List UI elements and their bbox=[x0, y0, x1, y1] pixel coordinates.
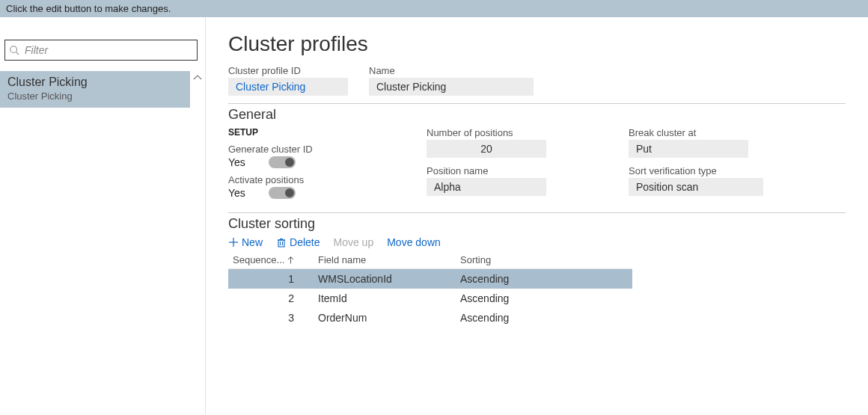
field-label: Name bbox=[369, 65, 534, 76]
list-item-title: Cluster Picking bbox=[7, 76, 183, 89]
table-row[interactable]: 2 ItemId Ascending bbox=[228, 289, 632, 308]
move-down-button[interactable]: Move down bbox=[387, 236, 441, 248]
general-col-2: Number of positions 20 Position name Alp… bbox=[427, 127, 629, 205]
delete-label: Delete bbox=[290, 236, 320, 248]
toggle-value: Yes bbox=[228, 187, 251, 199]
toggle-label: Generate cluster ID bbox=[228, 144, 427, 155]
general-col-3: Break cluster at Put Sort verification t… bbox=[629, 127, 846, 205]
field-position-name: Position name Alpha bbox=[427, 165, 629, 196]
delete-button[interactable]: Delete bbox=[276, 236, 320, 248]
field-label: Sort verification type bbox=[629, 165, 846, 176]
toggle-knob bbox=[285, 158, 294, 167]
sorting-grid: Sequence... Field name Sorting 1 WMSLoca… bbox=[228, 254, 632, 328]
toggle-activate-positions[interactable] bbox=[269, 187, 296, 199]
field-activate-positions: Activate positions Yes bbox=[228, 174, 427, 199]
page-title: Cluster profiles bbox=[228, 32, 846, 56]
header-fields: Cluster profile ID Cluster Picking Name … bbox=[228, 65, 846, 96]
field-value-id[interactable]: Cluster Picking bbox=[228, 78, 348, 96]
move-up-button: Move up bbox=[333, 236, 373, 248]
sidebar: Cluster Picking Cluster Picking bbox=[0, 17, 206, 414]
field-label: Number of positions bbox=[427, 127, 629, 138]
field-generate-cluster-id: Generate cluster ID Yes bbox=[228, 144, 427, 168]
toggle-line: Yes bbox=[228, 156, 427, 168]
toggle-knob bbox=[285, 188, 294, 197]
list-item-subtitle: Cluster Picking bbox=[7, 90, 183, 102]
toggle-line: Yes bbox=[228, 187, 427, 199]
cell-sort: Ascending bbox=[453, 273, 632, 285]
notification-text: Click the edit button to make changes. bbox=[6, 3, 171, 14]
col-header-sequence[interactable]: Sequence... bbox=[228, 254, 303, 265]
svg-line-1 bbox=[16, 52, 19, 55]
cell-field: OrderNum bbox=[303, 312, 453, 324]
field-sort-verification-type: Sort verification type Position scan bbox=[629, 165, 846, 196]
field-label: Cluster profile ID bbox=[228, 65, 348, 76]
field-label: Position name bbox=[427, 165, 629, 176]
content: Cluster profiles Cluster profile ID Clus… bbox=[206, 17, 868, 414]
cell-field: ItemId bbox=[303, 292, 453, 304]
cell-seq: 3 bbox=[228, 312, 303, 324]
cell-sort: Ascending bbox=[453, 292, 632, 304]
new-button[interactable]: New bbox=[228, 236, 263, 248]
toggle-generate-cluster-id[interactable] bbox=[269, 156, 296, 168]
filter-wrapper bbox=[4, 40, 198, 61]
arrow-up-icon bbox=[287, 256, 294, 265]
notification-bar: Click the edit button to make changes. bbox=[0, 0, 868, 17]
cell-seq: 1 bbox=[228, 273, 303, 285]
field-value-sortver[interactable]: Position scan bbox=[629, 178, 763, 196]
cell-sort: Ascending bbox=[453, 312, 632, 324]
list-area: Cluster Picking Cluster Picking bbox=[0, 71, 205, 414]
general-section: General SETUP Generate cluster ID Yes bbox=[228, 103, 846, 205]
move-down-label: Move down bbox=[387, 236, 441, 248]
field-value-numpos[interactable]: 20 bbox=[427, 140, 546, 158]
filter-input[interactable] bbox=[4, 40, 198, 61]
new-label: New bbox=[242, 236, 263, 248]
field-value-name[interactable]: Cluster Picking bbox=[369, 78, 534, 96]
toggle-value: Yes bbox=[228, 156, 251, 168]
field-value-break[interactable]: Put bbox=[629, 140, 748, 158]
cell-seq: 2 bbox=[228, 292, 303, 304]
main-container: Cluster Picking Cluster Picking Cluster … bbox=[0, 17, 868, 414]
field-break-cluster-at: Break cluster at Put bbox=[629, 127, 846, 158]
field-name: Name Cluster Picking bbox=[369, 65, 534, 96]
table-row[interactable]: 1 WMSLocationId Ascending bbox=[228, 269, 632, 289]
field-cluster-profile-id: Cluster profile ID Cluster Picking bbox=[228, 65, 348, 96]
svg-rect-4 bbox=[278, 240, 284, 247]
field-number-of-positions: Number of positions 20 bbox=[427, 127, 629, 158]
general-col-1: SETUP Generate cluster ID Yes Activate p… bbox=[228, 127, 427, 205]
general-grid: SETUP Generate cluster ID Yes Activate p… bbox=[228, 127, 846, 205]
section-header-general[interactable]: General bbox=[228, 107, 846, 123]
table-row[interactable]: 3 OrderNum Ascending bbox=[228, 308, 632, 328]
trash-icon bbox=[276, 237, 287, 248]
chevron-up-icon[interactable] bbox=[192, 73, 203, 83]
col-header-sort[interactable]: Sorting bbox=[453, 254, 632, 265]
grid-header: Sequence... Field name Sorting bbox=[228, 254, 632, 269]
section-header-sorting[interactable]: Cluster sorting bbox=[228, 216, 846, 232]
search-icon bbox=[9, 45, 19, 55]
toggle-label: Activate positions bbox=[228, 174, 427, 185]
sorting-section: Cluster sorting New bbox=[228, 212, 846, 328]
plus-icon bbox=[228, 237, 239, 248]
setup-heading: SETUP bbox=[228, 127, 427, 138]
col-header-label: Sequence... bbox=[233, 254, 284, 265]
move-up-label: Move up bbox=[333, 236, 373, 248]
list-item-cluster-picking[interactable]: Cluster Picking Cluster Picking bbox=[0, 71, 190, 108]
field-value-posname[interactable]: Alpha bbox=[427, 178, 546, 196]
action-bar: New Delete Move up Move down bbox=[228, 236, 846, 248]
svg-point-0 bbox=[10, 46, 17, 53]
field-label: Break cluster at bbox=[629, 127, 846, 138]
cell-field: WMSLocationId bbox=[303, 273, 453, 285]
col-header-field[interactable]: Field name bbox=[303, 254, 453, 265]
